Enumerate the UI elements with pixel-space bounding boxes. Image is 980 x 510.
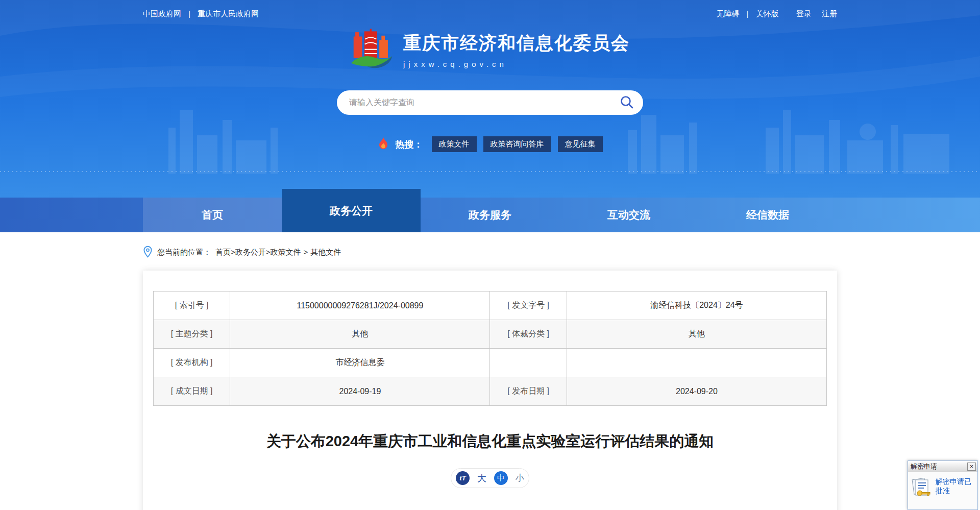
decrypt-popup: 解密申请 × 解密申请已批准 [908, 460, 978, 510]
meta-value-empty [567, 349, 826, 377]
meta-label-topic: [ 主题分类 ] [154, 320, 230, 349]
nav-item-interaction[interactable]: 互动交流 [559, 198, 698, 232]
site-logo [350, 27, 393, 72]
link-cq-people-gov[interactable]: 重庆市人民政府网 [198, 9, 259, 18]
search-icon [620, 95, 634, 111]
hot-search-label: 热搜： [396, 138, 423, 151]
font-medium-button[interactable]: 中 [494, 471, 508, 485]
meta-value-publish-date: 2024-09-20 [567, 377, 826, 406]
nav-item-gov-services[interactable]: 政务服务 [421, 198, 559, 232]
document-key-icon [911, 477, 933, 501]
table-row: [ 索引号 ] 11500000009276281J/2024-00899 [ … [154, 292, 827, 320]
popup-body: 解密申请已批准 [908, 472, 977, 509]
meta-label-empty [490, 349, 567, 377]
search-box [337, 90, 643, 115]
chevron-separator: > [266, 248, 271, 256]
site-header: 中国政府网 | 重庆市人民政府网 无障碍 | 关怀版 登录 注册 [0, 0, 980, 232]
search-input[interactable] [349, 98, 620, 107]
brand-text: 重庆市经济和信息化委员会 jjxxw.cq.gov.cn [403, 31, 630, 68]
breadcrumb-other-files[interactable]: 其他文件 [310, 248, 341, 256]
breadcrumb-policy-files[interactable]: 政策文件 [271, 248, 301, 256]
meta-value-index: 11500000009276281J/2024-00899 [230, 292, 490, 320]
chevron-separator: > [304, 248, 308, 256]
nav-item-label: 政务服务 [469, 208, 511, 222]
meta-value-publisher: 市经济信息委 [230, 349, 490, 377]
hot-link-policy-qa[interactable]: 政策咨询问答库 [483, 136, 551, 152]
nav-item-gov-info[interactable]: 政务公开 [282, 189, 421, 232]
document-card: [ 索引号 ] 11500000009276281J/2024-00899 [ … [143, 271, 837, 510]
breadcrumb-path: 首页>政务公开>政策文件>其他文件 [215, 248, 341, 257]
breadcrumb: 您当前的位置： 首页>政务公开>政策文件>其他文件 [143, 246, 837, 259]
table-row: [ 主题分类 ] 其他 [ 体裁分类 ] 其他 [154, 320, 827, 349]
link-accessibility[interactable]: 无障碍 [716, 9, 739, 18]
top-bar: 中国政府网 | 重庆市人民政府网 无障碍 | 关怀版 登录 注册 [143, 0, 837, 19]
font-small-button[interactable]: 小 [516, 472, 524, 484]
separator: | [188, 9, 190, 18]
link-china-gov[interactable]: 中国政府网 [143, 9, 181, 18]
font-large-button[interactable]: 大 [477, 472, 486, 484]
font-size-widget: tT 大 中 小 [451, 468, 529, 488]
separator: | [747, 9, 749, 18]
close-icon[interactable]: × [967, 463, 976, 471]
nav-item-label: 互动交流 [607, 208, 650, 222]
search-button[interactable] [620, 95, 634, 111]
popup-title: 解密申请 [911, 462, 937, 471]
nav-item-data[interactable]: 经信数据 [698, 198, 837, 232]
top-bar-left: 中国政府网 | 重庆市人民政府网 [143, 9, 259, 19]
top-bar-right: 无障碍 | 关怀版 登录 注册 [716, 9, 837, 19]
page: 中国政府网 | 重庆市人民政府网 无障碍 | 关怀版 登录 注册 [0, 0, 980, 510]
table-row: [ 成文日期 ] 2024-09-19 [ 发布日期 ] 2024-09-20 [154, 377, 827, 406]
breadcrumb-home[interactable]: 首页 [215, 248, 231, 256]
hot-search-row: 热搜： 政策文件 政策咨询问答库 意见征集 [0, 136, 980, 152]
flame-icon [378, 137, 389, 152]
nav-item-label: 政务公开 [330, 204, 373, 218]
register-link[interactable]: 注册 [822, 9, 837, 18]
hot-link-opinion-collection[interactable]: 意见征集 [558, 136, 603, 152]
table-row: [ 发布机构 ] 市经济信息委 [154, 349, 827, 377]
link-care-version[interactable]: 关怀版 [756, 9, 779, 18]
breadcrumb-prefix: 您当前的位置： [157, 248, 211, 257]
login-link[interactable]: 登录 [796, 9, 812, 18]
site-url: jjxxw.cq.gov.cn [403, 60, 630, 68]
meta-label-publish-date: [ 发布日期 ] [490, 377, 567, 406]
site-title: 重庆市经济和信息化委员会 [403, 31, 630, 55]
meta-label-genre: [ 体裁分类 ] [490, 320, 567, 349]
nav-item-home[interactable]: 首页 [143, 198, 282, 232]
meta-value-topic: 其他 [230, 320, 490, 349]
main-nav: 首页 政务公开 政务服务 互动交流 经信数据 [0, 198, 980, 232]
meta-label-doc-number: [ 发文字号 ] [490, 292, 567, 320]
meta-value-doc-number: 渝经信科技〔2024〕24号 [567, 292, 826, 320]
search-row [0, 90, 980, 115]
main-content: 您当前的位置： 首页>政务公开>政策文件>其他文件 [ 索引号 ] 115000… [143, 246, 837, 510]
breadcrumb-gov-info[interactable]: 政务公开 [235, 248, 266, 256]
chevron-separator: > [231, 248, 235, 256]
document-title: 关于公布2024年重庆市工业和信息化重点实验室运行评估结果的通知 [153, 431, 827, 452]
doc-meta-table: [ 索引号 ] 11500000009276281J/2024-00899 [ … [153, 291, 827, 406]
popup-title-bar: 解密申请 × [908, 461, 977, 472]
meta-label-written-date: [ 成文日期 ] [154, 377, 230, 406]
decrypt-status-link[interactable]: 解密申请已批准 [936, 477, 975, 495]
hot-link-policy-files[interactable]: 政策文件 [432, 136, 477, 152]
meta-value-genre: 其他 [567, 320, 826, 349]
meta-label-publisher: [ 发布机构 ] [154, 349, 230, 377]
nav-item-label: 经信数据 [746, 208, 789, 222]
nav-item-label: 首页 [202, 208, 223, 222]
font-size-icon: tT [456, 471, 470, 485]
meta-label-index: [ 索引号 ] [154, 292, 230, 320]
meta-value-written-date: 2024-09-19 [230, 377, 490, 406]
brand: 重庆市经济和信息化委员会 jjxxw.cq.gov.cn [0, 27, 980, 72]
location-pin-icon [143, 246, 153, 259]
